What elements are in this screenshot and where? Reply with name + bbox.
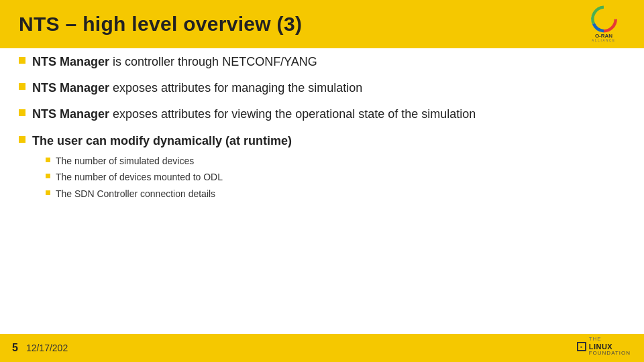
svg-point-1 [601,17,606,21]
linux-foundation-logo: ▪ THE LINUX FOUNDATION [577,337,631,357]
slide-content: NTS Manager is controller through NETCON… [19,54,625,328]
bullet-marker-4 [19,136,25,143]
bullet-text-4-main: The user can modify dynamically (at runt… [32,134,292,147]
bullet-text-3: NTS Manager exposes attributes for viewi… [32,106,476,123]
linux-text-block: THE LINUX FOUNDATION [589,337,631,357]
svg-text:O-RAN: O-RAN [595,33,612,39]
date-text: 12/17/202 [26,343,68,353]
bullet-rest-2: exposes attributes for managing the simu… [113,81,362,95]
page-number: 5 [12,342,18,354]
bullet-text-4: The user can modify dynamically (at runt… [32,133,292,204]
sub-bullet-list: The number of simulated devices The numb… [46,155,292,201]
bold-nts-1: NTS Manager [32,55,109,68]
svg-text:ALLIANCE: ALLIANCE [592,39,616,42]
bullet-rest-3: exposes attributes for viewing the opera… [113,107,476,121]
linux-foundation: FOUNDATION [589,351,631,357]
sub-bullet-marker-1 [46,158,50,162]
bullet-text-2: NTS Manager exposes attributes for manag… [32,80,362,97]
bullet-text-1: NTS Manager is controller through NETCON… [32,54,317,70]
bullet-item-3: NTS Manager exposes attributes for viewi… [19,106,625,123]
oran-logo-area: O-RAN ALLIANCE [577,5,631,42]
bottom-bar: 5 12/17/202 ▪ THE LINUX FOUNDATION [0,334,644,362]
bullet-rest-1: is controller through NETCONF/YANG [113,55,317,68]
bold-nts-2: NTS Manager [32,81,109,95]
linux-box-icon: ▪ [577,342,586,351]
oran-logo-svg: O-RAN ALLIANCE [577,5,631,42]
slide-title: NTS – high level overview (3) [19,13,302,36]
top-bar: NTS – high level overview (3) [0,0,644,48]
bullet-marker-2 [19,83,25,90]
sub-bullet-marker-2 [46,174,50,178]
sub-bullet-text-2: The number of devices mounted to ODL [56,171,223,184]
bullet-item-1: NTS Manager is controller through NETCON… [19,54,625,70]
bullet-marker-3 [19,109,25,116]
bullet-item-2: NTS Manager exposes attributes for manag… [19,80,625,97]
sub-bullet-2: The number of devices mounted to ODL [46,171,292,184]
linux-box-char: ▪ [580,344,582,350]
sub-bullet-text-1: The number of simulated devices [56,155,194,168]
sub-bullet-1: The number of simulated devices [46,155,292,168]
sub-bullet-marker-3 [46,190,50,195]
sub-bullet-text-3: The SDN Controller connection details [56,188,215,201]
linux-the: THE [589,337,631,343]
bullet-marker-1 [19,57,25,64]
bullet-item-4: The user can modify dynamically (at runt… [19,133,625,204]
sub-bullet-3: The SDN Controller connection details [46,188,292,201]
bold-nts-3: NTS Manager [32,107,109,121]
bold-nts-4: The user can modify dynamically (at runt… [32,134,292,147]
